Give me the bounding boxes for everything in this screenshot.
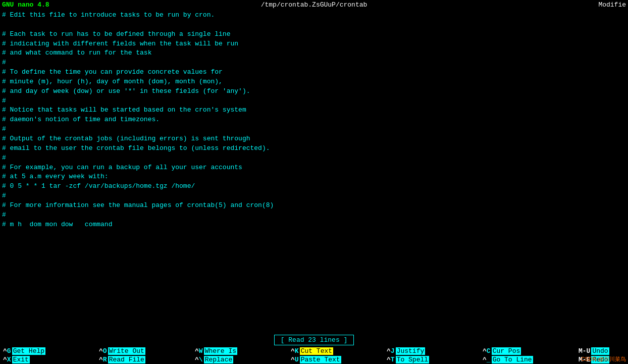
editor-line-7: # To define the time you can provide con… bbox=[2, 68, 626, 77]
editor-line-9: # and day of week (dow) or use '*' in th… bbox=[2, 87, 626, 96]
title-right: Modifie bbox=[598, 1, 626, 9]
shortcut-item-replace[interactable]: ^\Replace bbox=[192, 355, 288, 364]
shortcut-item-go-to-line[interactable]: ^_Go To Line bbox=[480, 355, 575, 364]
shortcut-label-cur-pos: Cur Pos bbox=[492, 347, 521, 355]
shortcut-item-where-is[interactable]: ^WWhere Is bbox=[192, 347, 288, 355]
editor-line-3: # Each task to run has to be defined thr… bbox=[2, 30, 626, 39]
editor-line-4: # indicating with different fields when … bbox=[2, 39, 626, 49]
editor-line-10: # bbox=[2, 96, 626, 106]
editor-area[interactable]: # Edit this file to introduce tasks to b… bbox=[0, 10, 628, 333]
shortcut-key-2: ^\ bbox=[195, 356, 203, 363]
shortcut-label-go-to-line: Go To Line bbox=[492, 356, 533, 363]
shortcut-key-5: ^_ bbox=[483, 356, 491, 363]
editor-line-18: # at 5 a.m every week with: bbox=[2, 172, 626, 182]
shortcut-item-undo[interactable]: M-UUndo bbox=[575, 347, 628, 355]
shortcut-label-write-out: Write Out bbox=[108, 347, 145, 355]
editor-line-20: # bbox=[2, 191, 626, 201]
shortcut-row-1: ^GGet Help^OWrite Out^WWhere Is^KCut Tex… bbox=[0, 347, 628, 355]
status-message: [ Read 23 lines ] bbox=[0, 333, 628, 347]
editor-line-17: # For example, you can run a backup of a… bbox=[2, 163, 626, 173]
shortcut-label-where-is: Where Is bbox=[204, 347, 237, 355]
shortcut-key-4: ^J bbox=[387, 347, 395, 355]
status-box: [ Read 23 lines ] bbox=[274, 335, 354, 345]
shortcut-label-undo: Undo bbox=[591, 347, 609, 355]
shortcut-item-get-help[interactable]: ^GGet Help bbox=[0, 347, 96, 355]
title-left: GNU nano 4.8 bbox=[2, 1, 49, 9]
status-area: [ Read 23 lines ] ^GGet Help^OWrite Out^… bbox=[0, 333, 628, 364]
watermark: CSDN @川川菜鸟 bbox=[581, 355, 626, 363]
editor-line-15: # email to the user the crontab file bel… bbox=[2, 144, 626, 153]
editor-line-11: # Notice that tasks will be started base… bbox=[2, 106, 626, 115]
shortcut-key-3: ^K bbox=[291, 347, 299, 355]
editor-line-14: # Output of the crontab jobs (including … bbox=[2, 134, 626, 144]
shortcut-item-to-spell[interactable]: ^TTo Spell bbox=[384, 355, 480, 364]
shortcut-item-justify[interactable]: ^JJustify bbox=[384, 347, 480, 355]
shortcut-item-cut-text[interactable]: ^KCut Text bbox=[288, 347, 384, 355]
shortcut-label-cut-text: Cut Text bbox=[300, 347, 333, 355]
editor-line-22: # bbox=[2, 211, 626, 220]
editor-line-6: # bbox=[2, 58, 626, 68]
editor-line-5: # and what command to run for the task bbox=[2, 48, 626, 58]
shortcut-key-4: ^T bbox=[387, 356, 395, 363]
shortcut-label-get-help: Get Help bbox=[12, 347, 45, 355]
editor-line-13: # bbox=[2, 125, 626, 134]
shortcut-key-3: ^U bbox=[291, 356, 299, 363]
shortcut-item-exit[interactable]: ^XExit bbox=[0, 355, 96, 364]
shortcut-label-replace: Replace bbox=[204, 356, 234, 363]
editor-line-21: # For more information see the manual pa… bbox=[2, 201, 626, 211]
shortcut-key-1: ^O bbox=[99, 347, 107, 355]
shortcut-label-justify: Justify bbox=[396, 347, 426, 355]
title-center: /tmp/crontab.ZsGUuP/crontab bbox=[261, 1, 368, 9]
shortcut-item-cur-pos[interactable]: ^CCur Pos bbox=[480, 347, 575, 355]
shortcut-row-2: ^XExit^RRead File^\Replace^UPaste Text^T… bbox=[0, 355, 628, 364]
editor-line-12: # daemon's notion of time and timezones. bbox=[2, 115, 626, 125]
editor-line-16: # bbox=[2, 153, 626, 163]
shortcut-key-1: ^R bbox=[99, 356, 107, 363]
shortcut-item-paste-text[interactable]: ^UPaste Text bbox=[288, 355, 384, 364]
shortcut-key-2: ^W bbox=[195, 347, 203, 355]
editor-line-23: # m h dom mon dow command bbox=[2, 220, 626, 230]
shortcut-label-paste-text: Paste Text bbox=[300, 356, 341, 363]
editor-line-2 bbox=[2, 20, 626, 30]
shortcut-item-write-out[interactable]: ^OWrite Out bbox=[96, 347, 192, 355]
shortcut-label-exit: Exit bbox=[12, 356, 30, 363]
shortcut-key-0: ^X bbox=[3, 356, 11, 363]
editor-line-19: # 0 5 * * 1 tar -zcf /var/backups/home.t… bbox=[2, 182, 626, 191]
shortcut-key-0: ^G bbox=[3, 347, 11, 355]
shortcut-key-5: ^C bbox=[483, 347, 491, 355]
shortcut-key-6: M-U bbox=[579, 347, 590, 355]
editor-line-1: # Edit this file to introduce tasks to b… bbox=[2, 11, 626, 20]
shortcuts-bar: ^GGet Help^OWrite Out^WWhere Is^KCut Tex… bbox=[0, 347, 628, 364]
shortcut-label-to-spell: To Spell bbox=[396, 356, 429, 363]
editor-line-8: # minute (m), hour (h), day of month (do… bbox=[2, 77, 626, 87]
shortcut-item-read-file[interactable]: ^RRead File bbox=[96, 355, 192, 364]
shortcut-label-read-file: Read File bbox=[108, 356, 145, 363]
